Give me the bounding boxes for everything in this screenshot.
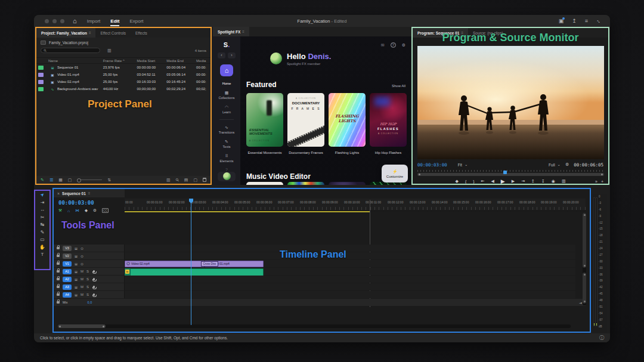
help-icon[interactable]: ? xyxy=(225,168,228,172)
zoom-window-button[interactable] xyxy=(60,19,64,23)
sidebar-item-home[interactable]: ⌂ xyxy=(220,64,233,76)
sequence-tab[interactable]: × Sequence 01 ≡ xyxy=(54,189,125,197)
track-content[interactable] xyxy=(125,252,575,259)
timeline-vertical-scrollbar[interactable] xyxy=(583,213,586,305)
solo-button[interactable]: S xyxy=(86,270,89,273)
music-card[interactable] xyxy=(329,182,366,185)
workspaces-menu-icon[interactable]: ≡ xyxy=(585,18,588,24)
settings-gear-icon[interactable]: ⚙ xyxy=(402,43,405,48)
hand-tool[interactable]: ✋ xyxy=(39,245,45,250)
writable-icon[interactable]: ✎ xyxy=(41,178,44,182)
project-search-box[interactable]: ⚲ xyxy=(41,48,100,53)
mix-level-value[interactable]: 0,0 xyxy=(88,301,92,304)
music-card[interactable] xyxy=(246,182,283,185)
ripple-edit-tool[interactable]: ↔ xyxy=(40,208,45,212)
export-frame-icon[interactable]: ◉ xyxy=(552,179,555,184)
track-content[interactable] xyxy=(125,276,575,283)
selection-tool[interactable]: ➤ xyxy=(39,192,45,198)
cross-dissolve-transition[interactable]: Cross Diss xyxy=(201,261,218,267)
track-content[interactable]: fx xyxy=(125,268,575,275)
settings-wrench-icon[interactable]: ⚙ xyxy=(565,162,569,167)
project-breadcrumb[interactable]: Family_Vacation.prproj xyxy=(36,38,210,45)
voiceover-mic-icon[interactable] xyxy=(93,278,95,280)
mark-out-icon[interactable]: } xyxy=(473,180,474,184)
col-media-start[interactable]: Media Start xyxy=(137,59,166,63)
solo-button[interactable]: S xyxy=(86,277,89,281)
panel-menu-icon[interactable]: ≡ xyxy=(461,31,463,35)
icon-view-icon[interactable]: ▦ xyxy=(58,178,63,182)
more-buttons-icon[interactable]: » xyxy=(595,180,597,184)
pen-tool[interactable]: ✎ xyxy=(41,230,45,235)
label-chip[interactable] xyxy=(38,87,44,91)
col-name[interactable]: Name xyxy=(36,59,103,63)
scrub-playhead[interactable] xyxy=(503,171,507,174)
timeline-horizontal-scrollbar[interactable] xyxy=(58,324,571,328)
sidebar-account-button[interactable] xyxy=(218,172,236,181)
audio-meters-panel[interactable]: 0-3 -6-9 -12-15 -18-21 -24-27 -30-33 -36… xyxy=(592,194,607,334)
scrollbar-thumb[interactable] xyxy=(58,324,106,328)
panel-menu-icon[interactable]: ≡ xyxy=(89,31,91,35)
timeline-timecode[interactable]: 00:00:03:00 xyxy=(58,200,94,206)
slip-tool[interactable]: ↹ xyxy=(41,222,45,227)
go-to-out-icon[interactable]: ⇥ xyxy=(521,179,525,184)
program-video-frame[interactable] xyxy=(417,46,604,159)
timeline-playhead[interactable] xyxy=(191,199,191,325)
tab-spotlight-fx[interactable]: Spotlight FX≡ xyxy=(213,27,249,36)
label-chip[interactable] xyxy=(38,80,44,84)
col-media-duration[interactable]: Media xyxy=(196,59,210,63)
lock-icon[interactable] xyxy=(57,286,60,288)
track-badge[interactable]: A1 xyxy=(63,269,72,274)
fullscreen-icon[interactable]: ↔ xyxy=(595,17,603,24)
step-back-icon[interactable]: ◀ xyxy=(491,179,494,184)
track-badge[interactable]: V1 xyxy=(63,261,72,267)
label-chip[interactable] xyxy=(38,73,44,77)
mute-button[interactable]: M xyxy=(80,285,83,289)
voiceover-mic-icon[interactable] xyxy=(93,286,95,288)
solo-button[interactable]: S xyxy=(86,293,89,296)
support-icon[interactable]: ? xyxy=(391,42,396,48)
filter-bin-icon[interactable]: ▥ xyxy=(107,48,112,53)
scrollbar-thumb[interactable] xyxy=(583,213,586,268)
rectangle-tool[interactable]: ▭ xyxy=(40,237,45,242)
find-icon[interactable]: ⚲ xyxy=(175,177,180,182)
fx-card-hip-hop-flashes[interactable]: HIP HOP FLASHES A COLLECTION Hip Hop Fla… xyxy=(370,93,407,154)
tab-effects[interactable]: Effects xyxy=(131,28,152,38)
track-badge[interactable]: A4 xyxy=(63,292,72,298)
menu-edit[interactable]: Edit xyxy=(110,18,119,24)
razor-tool[interactable]: ✂ xyxy=(41,215,45,220)
step-forward-icon[interactable]: ▶ xyxy=(512,179,515,184)
track-select-forward-tool[interactable]: ⇥ xyxy=(41,200,45,205)
home-icon[interactable]: ⌂ xyxy=(73,17,77,24)
clip-background-ambient-audio[interactable] xyxy=(125,268,264,276)
program-timecode[interactable]: 00:00:03:00 xyxy=(417,162,447,168)
menu-import[interactable]: Import xyxy=(87,18,101,24)
lift-icon[interactable]: ↥ xyxy=(531,179,535,184)
track-badge[interactable]: V2 xyxy=(63,253,72,259)
project-search-input[interactable] xyxy=(46,48,94,53)
user-avatar[interactable] xyxy=(270,52,282,64)
zoom-slider[interactable] xyxy=(77,180,102,180)
sidebar-item-learn[interactable]: ◠ Learn xyxy=(222,105,231,114)
list-view-icon[interactable]: ☰ xyxy=(49,178,53,182)
extract-icon[interactable]: ↧ xyxy=(541,179,545,184)
scrollbar-thumb[interactable] xyxy=(583,273,586,304)
type-tool[interactable]: T xyxy=(41,252,44,257)
lock-icon[interactable] xyxy=(57,262,60,265)
panel-menu-icon[interactable]: ≡ xyxy=(88,191,91,195)
track-badge[interactable]: A3 xyxy=(63,284,72,290)
track-badge[interactable]: V3 xyxy=(63,246,72,251)
col-media-end[interactable]: Media End xyxy=(166,59,196,63)
tab-source[interactable]: Source: (no clips) xyxy=(468,28,508,38)
program-scrubber[interactable] xyxy=(417,170,604,176)
source-patch-icon[interactable]: ⊞ xyxy=(75,262,78,266)
source-patch-icon[interactable]: ⊞ xyxy=(75,285,78,289)
panel-menu-icon[interactable]: ≡ xyxy=(242,30,244,33)
delete-icon[interactable] xyxy=(203,178,206,182)
source-patch-icon[interactable]: ⊞ xyxy=(75,277,78,281)
play-icon[interactable]: ▶ xyxy=(501,178,505,184)
source-patch-icon[interactable]: ⊞ xyxy=(75,246,78,250)
lock-icon[interactable] xyxy=(57,270,60,273)
nav-forward-icon[interactable]: › xyxy=(228,52,236,58)
add-marker-icon[interactable]: ◆ xyxy=(455,179,458,184)
track-content[interactable] xyxy=(125,283,575,290)
